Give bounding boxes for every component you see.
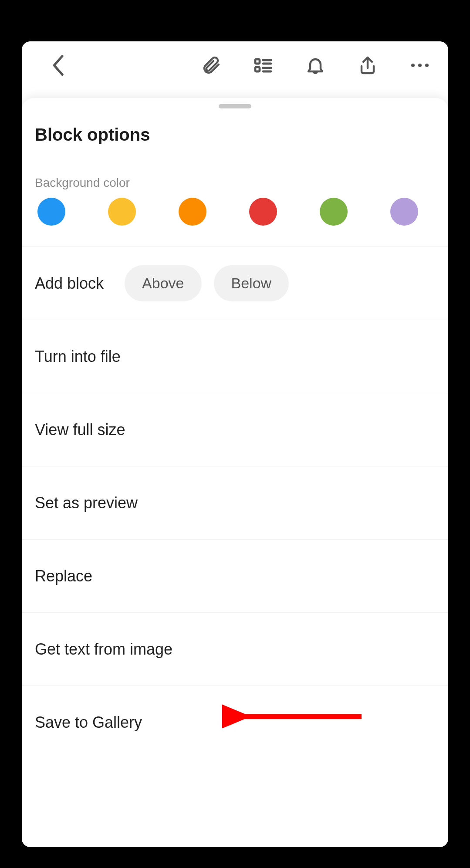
sheet-drag-handle[interactable] (219, 104, 251, 108)
option-label: View full size (35, 421, 125, 439)
color-swatch-purple[interactable] (390, 198, 418, 226)
svg-rect-0 (255, 59, 260, 64)
color-swatch-green[interactable] (320, 198, 348, 226)
list-icon[interactable] (243, 52, 283, 78)
share-icon[interactable] (348, 52, 387, 78)
top-toolbar (22, 41, 448, 89)
color-swatch-orange[interactable] (179, 198, 206, 226)
option-view-full-size[interactable]: View full size (22, 393, 448, 466)
color-swatch-row (22, 198, 448, 247)
option-label: Replace (35, 567, 92, 585)
attachment-icon[interactable] (191, 52, 230, 78)
option-label: Turn into file (35, 348, 121, 366)
option-save-to-gallery[interactable]: Save to Gallery (22, 686, 448, 759)
svg-rect-1 (255, 67, 260, 71)
option-label: Get text from image (35, 640, 172, 659)
option-turn-into-file[interactable]: Turn into file (22, 320, 448, 393)
back-button[interactable] (39, 52, 78, 78)
option-set-as-preview[interactable]: Set as preview (22, 466, 448, 540)
add-block-above-button[interactable]: Above (125, 265, 201, 301)
background-color-label: Background color (22, 149, 448, 198)
option-label: Save to Gallery (35, 713, 142, 732)
option-label: Set as preview (35, 494, 138, 512)
option-get-text-from-image[interactable]: Get text from image (22, 613, 448, 686)
sheet-title: Block options (22, 108, 448, 149)
option-replace[interactable]: Replace (22, 540, 448, 613)
add-block-row: Add block Above Below (22, 247, 448, 320)
add-block-below-button[interactable]: Below (214, 265, 289, 301)
color-swatch-blue[interactable] (37, 198, 65, 226)
color-swatch-yellow[interactable] (108, 198, 136, 226)
color-swatch-red[interactable] (249, 198, 277, 226)
block-options-sheet: Block options Background color Add block… (22, 98, 448, 847)
bell-icon[interactable] (296, 52, 335, 78)
more-icon[interactable] (400, 52, 440, 78)
add-block-label: Add block (35, 274, 104, 293)
app-screen: Block options Background color Add block… (22, 41, 448, 847)
